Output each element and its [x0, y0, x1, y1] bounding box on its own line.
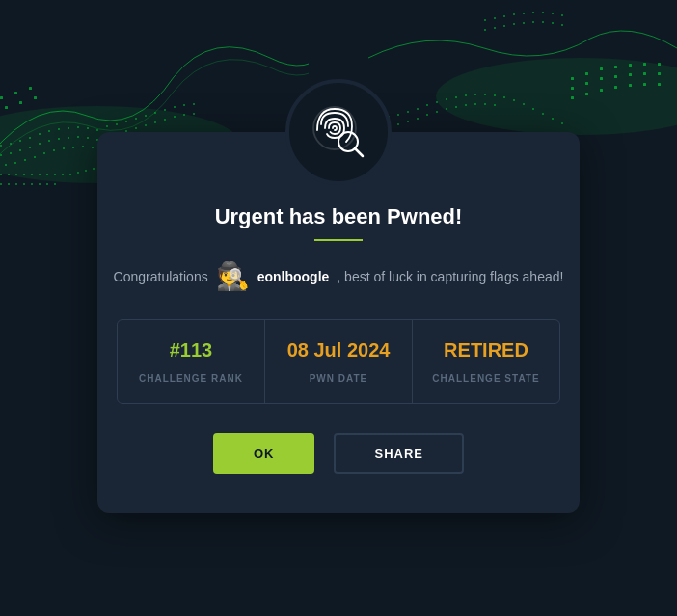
svg-rect-161	[532, 21, 534, 23]
svg-rect-40	[19, 101, 22, 104]
svg-rect-150	[513, 13, 515, 15]
svg-rect-37	[14, 92, 17, 94]
svg-rect-158	[503, 25, 505, 27]
stat-date: 08 Jul 2024 PWN DATE	[265, 320, 413, 403]
svg-rect-148	[494, 17, 496, 19]
svg-rect-36	[0, 96, 3, 99]
challenge-icon-circle	[285, 79, 392, 185]
user-avatar: 🕵️	[216, 260, 250, 292]
svg-rect-96	[397, 114, 399, 116]
svg-rect-149	[503, 15, 505, 17]
svg-rect-39	[5, 106, 8, 109]
svg-rect-153	[542, 12, 544, 13]
svg-rect-160	[523, 22, 525, 24]
svg-rect-38	[29, 87, 32, 90]
svg-rect-164	[561, 24, 563, 26]
svg-rect-92	[46, 183, 48, 185]
svg-rect-50	[193, 103, 195, 105]
svg-rect-93	[54, 183, 56, 185]
title-divider	[314, 239, 363, 241]
date-label: PWN DATE	[310, 373, 368, 384]
svg-rect-90	[31, 183, 33, 185]
svg-rect-89	[23, 183, 25, 185]
svg-rect-41	[34, 96, 37, 99]
stat-rank: #113 CHALLENGE RANK	[118, 320, 265, 403]
svg-rect-163	[552, 22, 554, 24]
svg-rect-99	[426, 104, 428, 106]
congrats-label: Congratulations	[114, 269, 208, 284]
stats-grid: #113 CHALLENGE RANK 08 Jul 2024 PWN DATE…	[117, 319, 560, 404]
rank-label: CHALLENGE RANK	[139, 373, 243, 384]
svg-rect-87	[8, 183, 10, 185]
svg-line-168	[355, 148, 363, 156]
username: eonlboogle	[257, 269, 330, 284]
date-value: 08 Jul 2024	[287, 339, 391, 362]
button-row: OK SHARE	[213, 433, 464, 474]
svg-rect-60	[0, 174, 2, 175]
svg-rect-157	[494, 27, 496, 29]
svg-point-165	[436, 58, 677, 135]
share-button[interactable]: SHARE	[334, 433, 464, 474]
state-label: CHALLENGE STATE	[432, 373, 539, 384]
svg-rect-97	[407, 111, 409, 113]
svg-rect-162	[542, 21, 544, 23]
svg-rect-115	[397, 123, 399, 125]
svg-rect-118	[426, 114, 428, 116]
fingerprint-search-icon	[308, 101, 370, 164]
stat-state: RETIRED CHALLENGE STATE	[413, 320, 559, 403]
svg-rect-88	[15, 183, 17, 185]
svg-rect-117	[417, 118, 419, 120]
modal: Urgent has been Pwned! Congratulations 🕵…	[97, 132, 580, 513]
svg-rect-159	[513, 23, 515, 25]
svg-rect-59	[193, 113, 195, 115]
svg-rect-152	[532, 12, 534, 13]
congrats-suffix: , best of luck in capturing flags ahead!	[337, 269, 563, 284]
svg-rect-154	[552, 13, 554, 14]
rank-value: #113	[170, 339, 213, 362]
svg-rect-147	[484, 19, 486, 21]
congrats-message: Congratulations 🕵️ eonlboogle , best of …	[114, 260, 564, 292]
svg-rect-86	[0, 183, 2, 185]
page-title: Urgent has been Pwned!	[215, 204, 463, 229]
svg-rect-91	[39, 183, 41, 185]
state-value: RETIRED	[444, 339, 528, 362]
svg-rect-119	[436, 111, 438, 113]
ok-button[interactable]: OK	[213, 433, 315, 474]
svg-rect-156	[484, 29, 486, 31]
svg-rect-49	[183, 104, 185, 106]
svg-rect-48	[174, 106, 176, 108]
svg-rect-98	[417, 108, 419, 110]
svg-rect-155	[561, 14, 563, 16]
svg-rect-151	[523, 13, 525, 14]
svg-rect-116	[407, 121, 409, 122]
